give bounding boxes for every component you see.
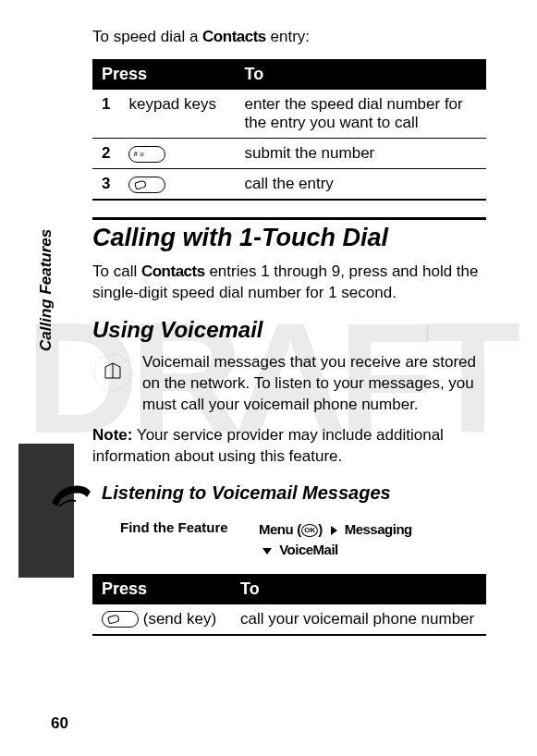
send-key-icon (128, 177, 165, 193)
page-content: To speed dial a Contacts entry: Press To… (0, 0, 537, 671)
row-to: call the entry (235, 169, 486, 201)
send-key-icon (102, 611, 139, 628)
intro-suffix: entry: (266, 28, 310, 45)
row-num: 3 (92, 169, 119, 201)
menu-item-messaging: Messaging (345, 521, 412, 537)
th-press: Press (92, 574, 231, 604)
table-header-row: Press To (92, 574, 486, 604)
page-number: 60 (51, 714, 68, 733)
row-num: 2 (92, 139, 119, 169)
voicemail-para: Voicemail messages that you receive are … (142, 352, 486, 416)
row-press (119, 139, 235, 169)
listening-heading-row: Listening to Voicemail Messages (92, 479, 486, 514)
menu-label: Menu (259, 521, 293, 537)
intro-text: To speed dial a Contacts entry: (92, 28, 486, 46)
th-to: To (231, 574, 486, 604)
row-press: (send key) (92, 604, 231, 635)
para-prefix: To call (92, 262, 141, 280)
intro-bold: Contacts (202, 28, 266, 45)
note-label: Note: (92, 426, 132, 444)
speed-dial-table: Press To 1 keypad keys enter the speed d… (92, 59, 486, 201)
row-to: enter the speed dial number for the entr… (235, 90, 486, 139)
table-row: (send key) call your voicemail phone num… (92, 604, 486, 635)
send-key-text: (send key) (139, 610, 216, 628)
para-1touch: To call Contacts entries 1 through 9, pr… (92, 262, 486, 304)
row-num: 1 (92, 90, 119, 139)
find-feature-row: Find the Feature Menu (OK) Messaging Voi… (92, 519, 486, 561)
note: Note: Your service provider may include … (92, 425, 486, 468)
voicemail-intro-block: Voicemail messages that you receive are … (92, 352, 486, 416)
voicemail-table: Press To (send key) call your voicemail … (92, 574, 486, 636)
table-row: 3 call the entry (92, 169, 486, 201)
row-press (119, 169, 235, 201)
triangle-right-icon (331, 526, 337, 535)
para-bold: Contacts (141, 262, 205, 280)
hash-key-icon (128, 146, 165, 163)
heading-voicemail: Using Voicemail (92, 317, 486, 343)
row-press: keypad keys (119, 90, 235, 139)
table-row: 2 submit the number (92, 139, 486, 169)
note-text: Your service provider may include additi… (92, 426, 444, 465)
find-feature-label: Find the Feature (120, 519, 259, 561)
menu-item-voicemail: VoiceMail (279, 542, 338, 557)
ok-button-icon: OK (301, 524, 318, 537)
find-feature-value: Menu (OK) Messaging VoiceMail (259, 519, 412, 561)
phone-icon (50, 479, 92, 514)
network-feature-icon (92, 352, 133, 393)
th-press: Press (92, 59, 235, 90)
triangle-down-icon (262, 548, 272, 555)
heading-listening: Listening to Voicemail Messages (102, 482, 391, 504)
intro-prefix: To speed dial a (92, 28, 202, 45)
heading-1touch: Calling with 1-Touch Dial (92, 217, 486, 252)
th-to: To (235, 59, 486, 90)
table-row: 1 keypad keys enter the speed dial numbe… (92, 90, 486, 139)
row-to: call your voicemail phone number (231, 604, 486, 635)
table-header-row: Press To (92, 59, 486, 90)
row-to: submit the number (235, 139, 486, 169)
